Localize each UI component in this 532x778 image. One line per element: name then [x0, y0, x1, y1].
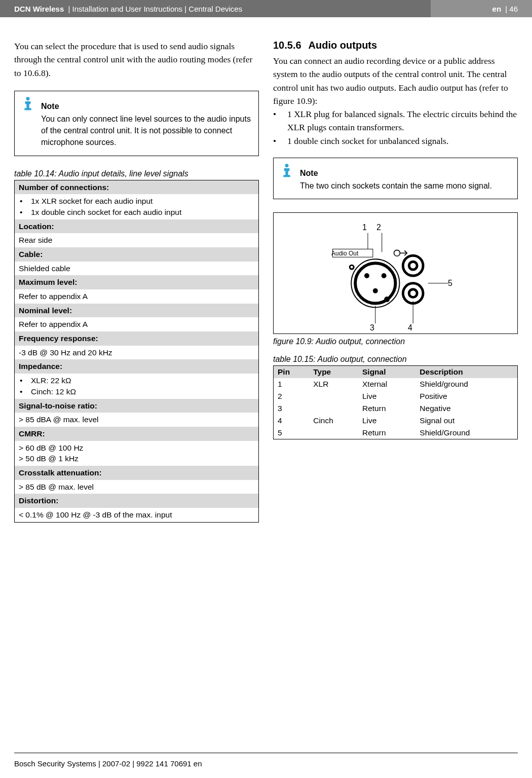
cell [309, 390, 358, 402]
spec-header: Number of connections: [15, 180, 258, 195]
header-right: en | 46 [431, 0, 532, 17]
page-number: | 46 [503, 5, 518, 13]
cell: Signal out [415, 415, 517, 427]
spec-value: > 85 dBA @ max. level [15, 413, 258, 427]
spec-header: Crosstalk attenuation: [15, 466, 258, 480]
svg-point-19 [382, 273, 387, 278]
col-signal: Signal [358, 366, 415, 379]
svg-point-23 [403, 255, 423, 276]
cell: XLR [309, 378, 358, 390]
section-number: 10.5.6 [273, 40, 301, 51]
callout-2: 2 [376, 223, 381, 232]
right-column: 10.5.6 Audio outputs You can connect an … [273, 40, 518, 523]
svg-point-16 [351, 259, 399, 307]
callout-3: 3 [370, 323, 374, 332]
connection-table: Pin Type Signal Description 1 XLR Xterna… [273, 365, 518, 439]
svg-point-4 [285, 164, 289, 167]
svg-point-20 [373, 288, 378, 293]
spec-value: Refer to appendix A [15, 289, 258, 304]
note-title: Note [300, 167, 492, 179]
svg-point-0 [26, 97, 30, 100]
bullet-text: 1 double cinch socket for unbalanced sig… [287, 134, 448, 147]
list-item: 1x XLR socket for each audio input [20, 196, 254, 207]
cmrr-line: > 50 dB @ 1 kHz [19, 453, 254, 464]
cell [309, 427, 358, 439]
cell: Return [358, 402, 415, 415]
list-item: •1 XLR plug for balanced signals. The el… [273, 107, 518, 134]
svg-point-25 [403, 283, 423, 304]
cell: 4 [274, 415, 310, 427]
header-left: DCN Wireless | Installation and User Ins… [0, 0, 431, 17]
list-item: 1x double cinch socket for each audio in… [20, 207, 254, 218]
cell: Return [358, 427, 415, 439]
section-heading: 10.5.6 Audio outputs [273, 40, 518, 51]
cell: 1 [274, 378, 310, 390]
spec-header: Cable: [15, 247, 258, 262]
spec-table: Number of connections: 1x XLR socket for… [14, 180, 259, 523]
spec-value: < 0.1% @ 100 Hz @ -3 dB of the max. inpu… [15, 508, 258, 522]
table-caption: table 10.14: Audio input details, line l… [14, 169, 259, 178]
product-name: DCN Wireless [14, 5, 64, 13]
note-body: Note The two cinch sockets contain the s… [300, 158, 498, 199]
table-row: 3 Return Negative [274, 402, 518, 415]
bullet-text: 1 XLR plug for balanced signals. The ele… [287, 107, 518, 134]
callout-5: 5 [448, 279, 452, 288]
list-item: •1 double cinch socket for unbalanced si… [273, 134, 518, 147]
col-pin: Pin [274, 366, 310, 379]
diagram-label: Audio Out [331, 250, 358, 257]
table-row: 4 Cinch Live Signal out [274, 415, 518, 427]
bullet-list: •1 XLR plug for balanced signals. The el… [273, 107, 518, 147]
intro-paragraph: You can select the procedure that is use… [14, 40, 259, 80]
spec-value: Rear side [15, 233, 258, 247]
list-item: XLR: 22 kΩ [20, 375, 254, 386]
callout-1: 1 [362, 223, 367, 232]
spec-header: Maximum level: [15, 275, 258, 289]
cell: Live [358, 415, 415, 427]
spec-value: XLR: 22 kΩ Cinch: 12 kΩ [15, 374, 258, 398]
svg-point-26 [409, 289, 417, 298]
svg-point-14 [394, 250, 400, 256]
list-item: Cinch: 12 kΩ [20, 386, 254, 397]
spec-value: > 60 dB @ 100 Hz > 50 dB @ 1 kHz [15, 441, 258, 466]
spec-header: CMRR: [15, 427, 258, 441]
spec-header: Nominal level: [15, 304, 258, 318]
svg-point-17 [355, 263, 395, 303]
footer: Bosch Security Systems | 2007-02 | 9922 … [14, 753, 518, 768]
spec-value: Shielded cable [15, 262, 258, 276]
spec-header: Impedance: [15, 359, 258, 374]
breadcrumb: | Installation and User Instructions | C… [66, 5, 242, 13]
col-type: Type [309, 366, 358, 379]
spec-header: Location: [15, 219, 258, 234]
section-title: Audio outputs [309, 40, 377, 51]
svg-point-18 [364, 273, 369, 278]
note-title: Note [41, 100, 252, 112]
note-text: You can only connect line level sources … [41, 113, 252, 149]
info-icon [15, 91, 41, 114]
table-header-row: Pin Type Signal Description [274, 366, 518, 379]
svg-rect-7 [283, 175, 290, 177]
spec-header: Frequency response: [15, 331, 258, 346]
spec-value: -3 dB @ 30 Hz and 20 kHz [15, 346, 258, 360]
cell: 2 [274, 390, 310, 402]
cell [309, 402, 358, 415]
callout-4: 4 [408, 323, 412, 332]
cell: Shield/Ground [415, 427, 517, 439]
content: You can select the procedure that is use… [0, 17, 532, 523]
cmrr-line: > 60 dB @ 100 Hz [19, 442, 254, 454]
audio-output-diagram: Audio Out 1 2 3 4 5 [273, 212, 518, 334]
cell: 5 [274, 427, 310, 439]
section-paragraph: You can connect an audio recording devic… [273, 54, 518, 107]
table-row: 5 Return Shield/Ground [274, 427, 518, 439]
table-row: 1 XLR Xternal Shield/ground [274, 378, 518, 390]
svg-point-21 [350, 265, 354, 269]
cell: Shield/ground [415, 378, 517, 390]
spec-header: Signal-to-noise ratio: [15, 399, 258, 413]
note-box: Note The two cinch sockets contain the s… [273, 158, 518, 199]
note-body: Note You can only connect line level sou… [41, 91, 258, 156]
cell: 3 [274, 402, 310, 415]
table-caption: table 10.15: Audio output, connection [273, 355, 518, 364]
spec-value: 1x XLR socket for each audio input 1x do… [15, 194, 258, 219]
spec-value: > 85 dB @ max. level [15, 480, 258, 494]
note-box: Note You can only connect line level sou… [14, 91, 259, 156]
spec-header: Distortion: [15, 494, 258, 508]
